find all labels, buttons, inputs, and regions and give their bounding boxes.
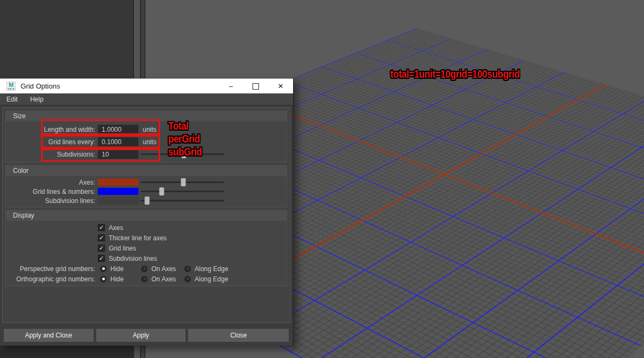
grid-lines-color-slider[interactable] [141,187,224,196]
axes-checkbox-label: Axes [109,224,123,232]
check-icon: ✓ [99,245,104,251]
orthographic-on-axes-label: On Axes [151,275,176,283]
perspective-grid-numbers-label: Perspective grid numbers: [6,265,95,273]
close-icon: ✕ [278,82,284,90]
apply-button[interactable]: Apply [96,329,186,342]
close-action-button[interactable]: Close [188,329,289,342]
section-display: Display ✓ Axes ✓ Thicker line for axes ✓… [5,210,287,286]
slider-handle[interactable] [159,187,164,195]
radio-dot-icon [143,278,146,280]
axes-color-slider[interactable] [141,178,224,187]
perspective-hide-radio[interactable] [100,266,107,272]
radio-dot-icon [143,267,146,270]
perspective-grid-numbers-row: Perspective grid numbers: Hide On Axes A… [6,264,287,274]
subdivision-lines-color-label: Subdivision lines: [6,197,95,205]
minimize-icon: – [229,82,233,90]
subdivision-lines-checkbox[interactable]: ✓ [98,255,105,262]
radio-dot-icon [187,267,189,270]
annotation-label-total: Total [168,120,188,132]
section-color-header[interactable]: Color [6,166,287,176]
perspective-along-edge-label: Along Edge [195,265,228,273]
radio-dot-icon [102,278,105,280]
slider-track [141,191,224,192]
subdivision-lines-color-slider[interactable] [141,196,224,205]
grid-lines-color-swatch[interactable] [98,188,138,195]
check-icon: ✓ [99,255,104,261]
thicker-line-checkbox-label: Thicker line for axes [109,234,167,242]
annotation-label-pergrid: perGrid [168,133,200,145]
section-display-header[interactable]: Display [6,211,287,221]
slider-track [141,200,224,201]
axes-color-swatch[interactable] [98,179,138,186]
dialog-menubar: Edit Help [0,93,293,105]
orthographic-grid-numbers-row: Orthographic grid numbers: Hide On Axes … [6,274,287,284]
z-axis-line [247,97,644,281]
perspective-on-axes-radio[interactable] [141,266,148,272]
axes-checkbox-row: ✓ Axes [6,222,287,233]
slider-handle[interactable] [181,178,185,186]
orthographic-along-edge-label: Along Edge [195,275,228,283]
menu-help[interactable]: Help [30,96,44,103]
subdivision-lines-color-swatch[interactable] [98,197,138,204]
orthographic-along-edge-radio[interactable] [184,276,191,282]
annotation-box-subgrid [41,148,160,161]
axes-color-row: Axes: [6,178,287,187]
annotation-label-subgrid: subGrid [168,146,202,158]
subdivision-lines-color-row: Subdivision lines: [6,196,287,205]
orthographic-grid-numbers-label: Orthographic grid numbers: [6,275,95,283]
orthographic-on-axes-radio[interactable] [141,276,148,282]
slider-handle[interactable] [145,197,150,205]
check-icon: ✓ [99,225,104,231]
axes-color-label: Axes: [6,179,95,186]
annotation-box-total [41,119,160,135]
maya-sub-glyph: MAYA [8,88,15,90]
section-display-body: ✓ Axes ✓ Thicker line for axes ✓ Grid li… [6,221,287,286]
window-controls: – ✕ [218,79,293,93]
axes-checkbox[interactable]: ✓ [98,224,105,231]
orthographic-hide-radio[interactable] [100,276,107,282]
grid-lines-checkbox-row: ✓ Grid lines [6,243,287,253]
grid-lines-color-label: Grid lines & numbers: [6,188,95,195]
minimize-button[interactable]: – [218,79,243,93]
perspective-along-edge-radio[interactable] [184,266,191,272]
menu-edit[interactable]: Edit [6,96,18,103]
maximize-button[interactable] [243,79,268,93]
subdivision-lines-checkbox-row: ✓ Subdivision lines [6,253,287,264]
grid-lines-color-row: Grid lines & numbers: [6,187,287,196]
dialog-buttonbar: Apply and Close Apply Close [0,325,293,346]
section-color: Color Axes: Grid lines & numbers: [5,165,287,207]
outliner-panel-bottom [0,345,133,358]
thicker-line-checkbox[interactable]: ✓ [98,234,105,241]
section-color-body: Axes: Grid lines & numbers: [6,176,287,207]
grid-lines-checkbox[interactable]: ✓ [98,245,105,252]
maya-app-icon: M MAYA [6,82,16,91]
radio-dot-icon [102,267,105,270]
check-icon: ✓ [99,235,104,241]
close-button[interactable]: ✕ [268,79,293,93]
apply-and-close-button[interactable]: Apply and Close [4,329,94,342]
grid-options-dialog: M MAYA Grid Options – ✕ Edit Help Size L… [0,78,294,346]
perspective-hide-label: Hide [110,265,124,273]
dialog-title: Grid Options [21,82,60,90]
maximize-icon [253,83,259,90]
thicker-line-checkbox-row: ✓ Thicker line for axes [6,233,287,243]
subdivision-lines-checkbox-label: Subdivision lines [109,255,157,262]
dialog-titlebar[interactable]: M MAYA Grid Options – ✕ [0,78,293,93]
radio-dot-icon [187,278,189,280]
grid-lines-checkbox-label: Grid lines [109,245,136,252]
annotation-box-pergrid [41,135,160,148]
viewport-annotation-text: total=1unit=10grid=100subgrid [390,67,520,80]
perspective-on-axes-label: On Axes [151,265,176,273]
orthographic-hide-label: Hide [110,275,124,283]
